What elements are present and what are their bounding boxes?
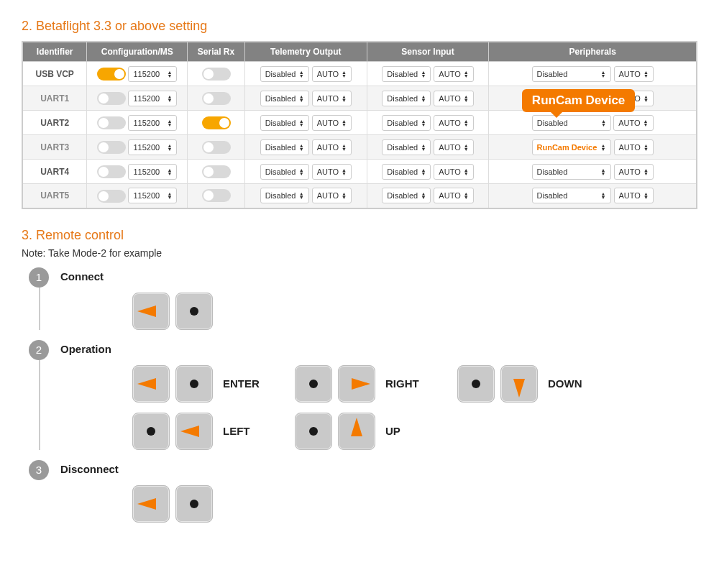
toggle[interactable] <box>97 116 126 129</box>
select[interactable]: AUTO <box>614 188 654 203</box>
select[interactable]: AUTO <box>312 115 352 131</box>
right-stick <box>175 365 213 403</box>
select[interactable]: AUTO <box>613 115 653 131</box>
select[interactable]: Disabled <box>532 164 611 180</box>
select[interactable]: AUTO <box>614 164 654 180</box>
select[interactable]: 115200 <box>128 139 177 155</box>
section3-note: Note: Take Mode-2 for example <box>22 247 697 259</box>
select[interactable]: AUTO <box>614 139 654 155</box>
select[interactable]: Disabled <box>260 188 309 203</box>
step-label-disconnect: Disconnect <box>60 460 697 475</box>
sort-icon <box>342 95 347 102</box>
arrow-up-icon <box>351 418 362 436</box>
toggle[interactable] <box>202 141 231 154</box>
toggle[interactable] <box>97 68 126 81</box>
op-right: RIGHT <box>295 365 429 403</box>
select[interactable]: Disabled <box>382 188 431 203</box>
table-row: UART4 115200DisabledAUTODisabledAUTODisa… <box>22 160 697 184</box>
sort-icon <box>644 95 649 102</box>
select[interactable]: AUTO <box>434 91 473 106</box>
table-row: UART2 115200DisabledAUTODisabledAUTORunC… <box>22 111 697 135</box>
select[interactable]: Disabled <box>382 164 431 180</box>
toggle[interactable] <box>97 190 126 203</box>
op-label-right: RIGHT <box>385 377 429 390</box>
left-stick <box>457 365 495 403</box>
select[interactable]: Disabled <box>260 66 309 82</box>
toggle[interactable] <box>97 165 126 178</box>
sort-icon <box>168 95 173 102</box>
select[interactable]: AUTO <box>312 91 352 106</box>
select[interactable]: AUTO <box>614 66 654 82</box>
stick-center-dot <box>190 307 198 316</box>
step-connect: 1 Connect <box>29 267 697 330</box>
arrow-left-icon <box>137 306 156 317</box>
toggle[interactable] <box>202 92 231 105</box>
identifier-cell: UART2 <box>22 111 87 135</box>
select[interactable]: AUTO <box>312 164 352 180</box>
arrow-right-icon <box>352 378 370 390</box>
step-num-1: 1 <box>29 267 49 288</box>
select[interactable]: Disabled <box>382 66 431 82</box>
sort-icon <box>421 192 426 199</box>
select[interactable]: Disabled <box>260 164 309 180</box>
select[interactable]: 115200 <box>128 66 177 82</box>
select[interactable]: Disabled <box>532 66 611 82</box>
table-row: USB VCP 115200DisabledAUTODisabledAUTODi… <box>22 62 697 86</box>
toggle[interactable] <box>97 92 126 105</box>
select[interactable]: AUTO <box>312 188 352 203</box>
section3-title: 3. Remote control <box>22 228 697 243</box>
select[interactable]: Disabled <box>382 91 431 106</box>
step-num-2: 2 <box>29 340 49 360</box>
sort-icon <box>168 144 173 151</box>
sort-icon <box>464 95 469 102</box>
toggle[interactable] <box>202 68 231 81</box>
toggle[interactable] <box>202 189 231 202</box>
sort-icon <box>342 119 347 127</box>
sort-icon <box>168 192 173 199</box>
select[interactable]: 115200 <box>128 115 177 131</box>
sort-icon <box>601 144 606 151</box>
select[interactable]: Disabled <box>260 115 309 131</box>
select[interactable]: AUTO <box>312 139 352 155</box>
sort-icon <box>644 119 649 127</box>
sort-icon <box>464 70 469 78</box>
sort-icon <box>299 144 304 151</box>
th-serialrx: Serial Rx <box>188 42 245 62</box>
toggle[interactable] <box>202 116 231 129</box>
sort-icon <box>464 192 469 199</box>
select[interactable]: 115200 <box>128 164 177 180</box>
select[interactable]: AUTO <box>434 139 473 155</box>
stick-center-dot <box>190 380 198 388</box>
select[interactable]: 115200 <box>128 91 177 106</box>
select[interactable]: RunCam Device <box>532 139 611 155</box>
left-stick <box>295 413 332 450</box>
select[interactable]: AUTO <box>312 66 352 82</box>
identifier-cell: UART1 <box>22 86 87 111</box>
sort-icon <box>168 70 173 78</box>
select[interactable]: Disabled <box>532 188 611 203</box>
toggle[interactable] <box>97 141 126 154</box>
toggle[interactable] <box>202 165 231 178</box>
step-disconnect: 3 Disconnect <box>29 460 697 523</box>
select[interactable]: Disabled <box>260 139 309 155</box>
select[interactable]: Disabled <box>382 139 431 155</box>
select[interactable]: AUTO <box>434 115 473 131</box>
sort-icon <box>168 119 173 127</box>
select[interactable]: AUTO <box>434 188 473 203</box>
stick-center-dot <box>472 380 480 388</box>
op-left: LEFT <box>132 413 266 450</box>
select[interactable]: AUTO <box>434 66 473 82</box>
left-stick <box>132 485 170 523</box>
select[interactable]: Disabled <box>382 115 431 131</box>
select[interactable]: Disabled <box>532 115 611 131</box>
right-stick <box>175 413 213 450</box>
left-stick <box>132 413 170 450</box>
select[interactable]: Disabled <box>260 91 309 106</box>
sort-icon <box>464 119 469 127</box>
select[interactable]: AUTO <box>434 164 473 180</box>
op-down: DOWN <box>457 365 591 403</box>
table-row: UART5 115200DisabledAUTODisabledAUTODisa… <box>22 184 697 208</box>
select[interactable]: 115200 <box>128 188 177 203</box>
sort-icon <box>342 168 347 175</box>
th-config: Configuration/MS <box>87 42 188 62</box>
